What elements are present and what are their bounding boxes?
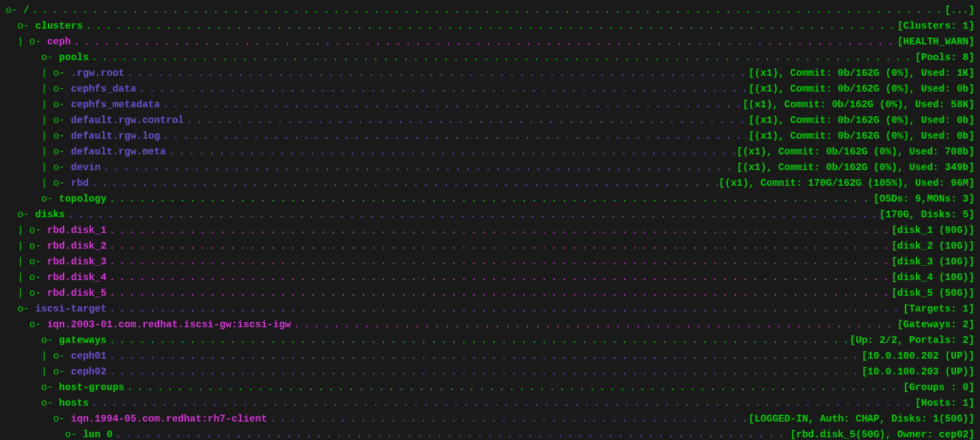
- tree-bullet: o-: [53, 350, 71, 361]
- tree-status: [(x1), Commit: 0b/162G (0%), Used: 1K]: [748, 66, 975, 81]
- tree-row[interactable]: o- hosts[Hosts: 1]: [5, 396, 975, 411]
- tree-row-left: o- pools: [5, 50, 89, 66]
- tree-row[interactable]: o- pools[Pools: 8]: [5, 50, 975, 66]
- tree-label[interactable]: rbd.disk_5: [47, 288, 107, 299]
- tree-label[interactable]: gateways: [59, 335, 107, 346]
- tree-bullet: o-: [41, 382, 59, 393]
- tree-status: [disk_1 (90G)]: [891, 223, 975, 238]
- tree-row[interactable]: | o- rbd[(x1), Commit: 170G/162G (105%),…: [5, 176, 975, 191]
- tree-row[interactable]: | o- rbd.disk_3[disk_3 (10G)]: [5, 254, 975, 270]
- tree-row[interactable]: o- /[...]: [5, 3, 975, 18]
- tree-row[interactable]: o- clusters[Clusters: 1]: [5, 18, 975, 34]
- tree-label[interactable]: clusters: [36, 20, 83, 31]
- tree-label[interactable]: ceph01: [71, 350, 107, 361]
- tree-row-left: | o- devin: [5, 160, 100, 176]
- tree-label[interactable]: rbd.disk_1: [47, 225, 107, 236]
- tree-indent: |: [5, 272, 29, 283]
- tree-row[interactable]: | o- ceph02[10.0.100.203 (UP)]: [5, 364, 975, 380]
- tree-status: [Hosts: 1]: [915, 396, 975, 411]
- tree-label[interactable]: rbd.disk_4: [47, 272, 107, 283]
- tree-root: o- /[...] o- clusters[Clusters: 1] | o- …: [5, 3, 975, 440]
- tree-row[interactable]: o- topology[OSDs: 9,MONs: 3]: [5, 191, 975, 207]
- tree-indent: |: [5, 256, 29, 267]
- tree-label[interactable]: iscsi-target: [36, 303, 107, 314]
- tree-indent: |: [5, 240, 29, 251]
- tree-indent: |: [5, 288, 29, 299]
- tree-indent: |: [5, 130, 53, 141]
- tree-row[interactable]: | o- rbd.disk_2[disk_2 (10G)]: [5, 238, 975, 254]
- tree-label[interactable]: default.rgw.meta: [71, 146, 166, 157]
- tree-row[interactable]: o- disks[170G, Disks: 5]: [5, 207, 975, 223]
- tree-label[interactable]: topology: [59, 193, 107, 204]
- tree-label[interactable]: cephfs_metadata: [71, 99, 161, 110]
- tree-label[interactable]: pools: [59, 52, 89, 63]
- tree-label[interactable]: ceph: [47, 36, 71, 47]
- tree-row[interactable]: | o- default.rgw.meta[(x1), Commit: 0b/1…: [5, 144, 975, 160]
- tree-row[interactable]: | o- devin[(x1), Commit: 0b/162G (0%), U…: [5, 160, 975, 176]
- tree-bullet: o-: [17, 209, 35, 220]
- tree-indent: [5, 193, 41, 204]
- tree-label[interactable]: devin: [71, 162, 101, 173]
- tree-bullet: o-: [5, 5, 23, 16]
- tree-row[interactable]: | o- rbd.disk_4[disk_4 (10G)]: [5, 270, 975, 286]
- tree-label[interactable]: hosts: [59, 398, 89, 409]
- tree-filler: [124, 380, 903, 396]
- tree-row-left: | o- default.rgw.log: [5, 128, 160, 144]
- tree-indent: |: [5, 366, 53, 377]
- tree-row[interactable]: | o- default.rgw.log[(x1), Commit: 0b/16…: [5, 128, 975, 144]
- tree-label[interactable]: /: [23, 5, 29, 16]
- tree-row[interactable]: | o- ceph[HEALTH_WARN]: [5, 34, 975, 50]
- tree-row-left: | o- rbd.disk_2: [5, 238, 107, 254]
- tree-row-left: o- clusters: [5, 18, 83, 34]
- tree-label[interactable]: .rgw.root: [71, 68, 124, 79]
- tree-bullet: o-: [17, 20, 35, 31]
- tree-label[interactable]: iqn.2003-01.com.redhat.iscsi-gw:iscsi-ig…: [47, 319, 291, 330]
- tree-status: [...]: [944, 3, 975, 18]
- tree-label[interactable]: rbd: [71, 178, 89, 189]
- tree-label[interactable]: iqn.1994-05.com.redhat:rh7-client: [71, 413, 267, 424]
- tree-row[interactable]: o- iqn.1994-05.com.redhat:rh7-client[LOG…: [5, 411, 975, 427]
- tree-label[interactable]: rbd.disk_2: [47, 240, 107, 251]
- tree-filler: [100, 160, 737, 176]
- tree-row-left: | o- rbd: [5, 176, 89, 191]
- tree-label[interactable]: default.rgw.control: [71, 115, 184, 126]
- tree-row[interactable]: o- lun 0[rbd.disk_5(50G), Owner: cep02]: [5, 427, 975, 440]
- tree-filler: [291, 317, 897, 333]
- tree-row[interactable]: o- gateways[Up: 2/2, Portals: 2]: [5, 333, 975, 348]
- tree-row[interactable]: | o- default.rgw.control[(x1), Commit: 0…: [5, 113, 975, 128]
- tree-row[interactable]: | o- rbd.disk_5[disk_5 (50G)]: [5, 286, 975, 301]
- tree-bullet: o-: [53, 68, 71, 79]
- tree-label[interactable]: rbd.disk_3: [47, 256, 107, 267]
- tree-label[interactable]: ceph02: [71, 366, 107, 377]
- tree-label[interactable]: cephfs_data: [71, 83, 137, 94]
- tree-row[interactable]: o- host-groups[Groups : 0]: [5, 380, 975, 396]
- tree-row[interactable]: o- iscsi-target[Targets: 1]: [5, 301, 975, 317]
- tree-status: [Groups : 0]: [903, 380, 975, 396]
- tree-label[interactable]: lun 0: [83, 429, 113, 440]
- tree-indent: |: [5, 162, 53, 173]
- tree-row[interactable]: o- iqn.2003-01.com.redhat.iscsi-gw:iscsi…: [5, 317, 975, 333]
- tree-status: [(x1), Commit: 0b/162G (0%), Used: 708b]: [737, 144, 975, 160]
- tree-label[interactable]: host-groups: [59, 382, 124, 393]
- tree-status: [HEALTH_WARN]: [897, 34, 975, 50]
- tree-row[interactable]: | o- rbd.disk_1[disk_1 (90G)]: [5, 223, 975, 238]
- tree-status: [10.0.100.203 (UP)]: [862, 364, 975, 380]
- tree-row[interactable]: | o- ceph01[10.0.100.202 (UP)]: [5, 348, 975, 364]
- tree-filler: [136, 81, 748, 97]
- tree-indent: [5, 335, 41, 346]
- tree-row[interactable]: | o- cephfs_data[(x1), Commit: 0b/162G (…: [5, 81, 975, 97]
- tree-row[interactable]: | o- .rgw.root[(x1), Commit: 0b/162G (0%…: [5, 66, 975, 81]
- tree-label[interactable]: default.rgw.log: [71, 130, 161, 141]
- tree-label[interactable]: disks: [36, 209, 66, 220]
- tree-bullet: o-: [53, 178, 71, 189]
- tree-filler: [124, 66, 748, 81]
- tree-filler: [89, 50, 915, 66]
- tree-filler: [166, 144, 737, 160]
- tree-indent: [5, 382, 41, 393]
- tree-indent: [5, 398, 41, 409]
- tree-bullet: o-: [53, 115, 71, 126]
- tree-filler: [107, 286, 891, 301]
- tree-filler: [107, 223, 891, 238]
- tree-row[interactable]: | o- cephfs_metadata[(x1), Commit: 0b/16…: [5, 97, 975, 113]
- tree-status: [(x1), Commit: 0b/162G (0%), Used: 0b]: [748, 81, 975, 97]
